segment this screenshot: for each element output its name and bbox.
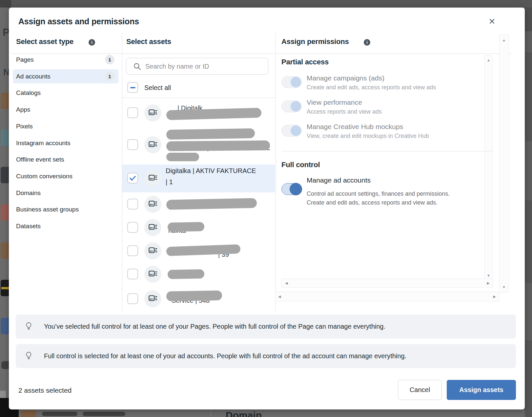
permissions-horizontal-scrollbar[interactable]: ◀ ▶ [281,278,493,288]
cancel-button[interactable]: Cancel [398,380,442,400]
info-icon[interactable]: i [89,39,95,46]
asset-checkbox[interactable] [127,173,138,184]
toggle-knob [291,101,301,112]
sidebar-item-label: Catalogs [16,89,114,97]
asset-row[interactable]: Service | 548 [122,286,275,311]
asset-type-column-header: Select asset type [16,37,73,46]
asset-checkbox[interactable] [127,139,138,150]
toggle-manage-campaigns-ads- [281,76,302,88]
sidebar-item-label: Ad accounts [16,73,105,80]
asset-row[interactable]: Digitalka | AKTIV FAKTURACE| 1 [122,165,275,192]
sidebar-item-offline-event-sets[interactable]: Offline event sets [13,152,118,166]
permission-description: Access reports and view ads [307,108,382,115]
scroll-down-icon[interactable]: ▼ [487,274,490,277]
scroll-left-icon[interactable]: ◀ [285,281,288,285]
ad-account-icon [144,136,161,153]
asset-name: | 1 [166,178,173,186]
toggle-manage-ad-accounts[interactable] [281,183,302,195]
indeterminate-dash-icon [130,87,135,88]
asset-checkbox[interactable] [127,107,138,118]
asset-checkbox[interactable] [127,245,138,256]
sidebar-item-label: Custom conversions [16,173,114,180]
notice-banner: You’ve selected full control for at leas… [16,315,516,339]
scroll-up-icon[interactable]: ▲ [487,58,490,62]
asset-checkbox[interactable] [127,222,138,233]
background-column-header: Domain [226,410,262,417]
background-text-smudge [42,412,77,416]
notice-text: You’ve selected full control for at leas… [44,323,385,330]
toggle-knob [290,183,302,195]
asset-name: Digitalka | AKTIV FAKTURACE [166,167,256,175]
permission-label: Manage Creative Hub mockups [307,123,403,131]
permission-label: Manage ad accounts [307,176,371,184]
asset-checkbox[interactable] [127,199,138,209]
asset-row[interactable]: | AKTIV FAKTURACE [122,125,275,165]
background-right-edge [525,31,532,53]
permission-label: View performance [307,99,362,106]
scroll-left-icon[interactable]: ◀ [278,295,281,298]
dialog-vertical-scrollbar[interactable]: ▲ ▼ [499,34,509,293]
scroll-right-icon[interactable]: ▶ [487,281,490,285]
asset-row[interactable]: | 39 [122,239,275,262]
background-right-edge [525,200,532,283]
scroll-up-icon[interactable]: ▲ [502,38,506,42]
asset-checkbox[interactable] [127,293,138,304]
search-input[interactable] [145,58,267,75]
column-divider [276,33,276,311]
asset-row[interactable] [122,192,275,216]
lightbulb-icon [25,322,33,331]
select-all-checkbox[interactable] [127,82,138,93]
close-icon[interactable]: ✕ [486,15,498,27]
asset-checkbox[interactable] [127,269,138,279]
sidebar-item-pages[interactable]: Pages1 [13,53,118,67]
toggle-knob [291,77,301,87]
lightbulb-icon [25,351,33,361]
permission-description: Control ad account settings, finances an… [307,190,450,197]
sidebar-item-domains[interactable]: Domains [13,186,118,200]
permission-section-title: Full control [281,161,320,169]
info-icon[interactable]: i [364,39,370,46]
permissions-vertical-scrollbar[interactable]: ▲ ▼ [484,55,493,281]
sidebar-item-datasets[interactable]: Datasets [13,219,118,233]
ad-account-icon [144,266,161,283]
sidebar-item-business-asset-groups[interactable]: Business asset groups [13,202,118,216]
scroll-right-icon[interactable]: ▶ [493,295,496,298]
asset-row[interactable]: havita [122,216,275,239]
background-right-edge [525,141,532,200]
search-icon [133,63,141,70]
redaction-bar [166,153,199,161]
permission-section-title: Partial access [281,58,329,66]
sidebar-item-pixels[interactable]: Pixels [13,119,118,133]
background-right-edge [525,53,532,141]
notice-banner: Full control is selected for at least on… [16,344,516,368]
sidebar-item-custom-conversions[interactable]: Custom conversions [13,169,118,183]
permission-label: Manage campaigns (ads) [307,74,384,82]
redaction-bar [166,108,262,120]
sidebar-item-catalogs[interactable]: Catalogs [13,86,118,100]
assign-assets-button[interactable]: Assign assets [447,380,516,400]
ad-account-icon [144,219,161,236]
sidebar-item-apps[interactable]: Apps [13,102,118,117]
sidebar-item-label: Apps [16,106,114,113]
background-top-bar-segment [0,0,11,8]
asset-row[interactable] [122,262,275,286]
notice-text: Full control is selected for at least on… [44,352,406,360]
background-top-bar [0,0,532,8]
count-badge: 1 [105,72,114,81]
ad-account-icon [144,242,161,259]
redaction-bar [166,198,257,210]
background-column-divider [211,409,211,417]
sidebar-item-instagram-accounts[interactable]: Instagram accounts [13,136,118,150]
asset-row[interactable]: | Digitalk [122,100,275,125]
select-all-divider [122,98,275,98]
assign-assets-dialog: Assign assets and permissions ✕ Select a… [9,8,525,409]
background-text-smudge [83,412,125,416]
dialog-horizontal-scrollbar[interactable]: ◀ ▶ [275,292,499,301]
background-right-edge [525,8,532,31]
toggle-knob [291,125,301,136]
scroll-down-icon[interactable]: ▼ [502,285,506,289]
ad-account-icon [144,170,161,187]
sidebar-item-ad-accounts[interactable]: Ad accounts1 [13,69,118,83]
ad-account-icon [144,290,161,307]
asset-search [126,58,268,75]
